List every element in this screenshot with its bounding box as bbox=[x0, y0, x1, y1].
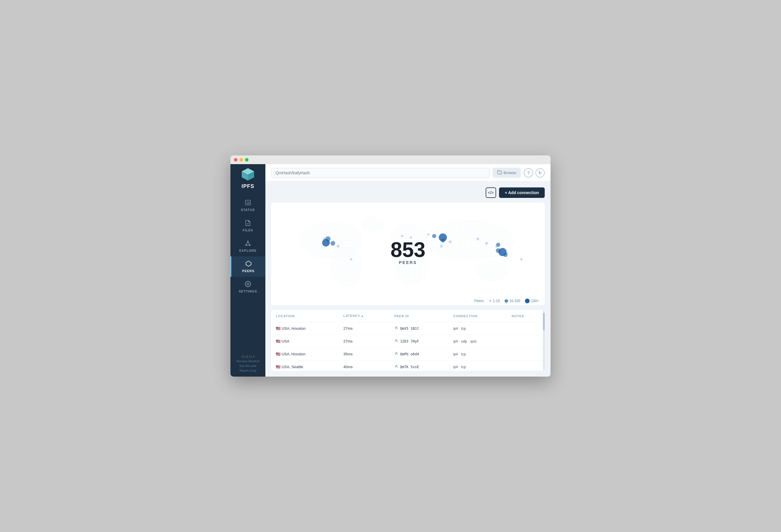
browse-button[interactable]: Browse bbox=[493, 168, 521, 178]
legend-item-medium: 10-100 bbox=[504, 299, 520, 303]
scrollbar-track bbox=[543, 310, 545, 371]
ipfs-logo-icon bbox=[241, 167, 255, 181]
close-btn[interactable] bbox=[234, 158, 238, 162]
content-area: </> + Add connection bbox=[265, 181, 550, 377]
sidebar-item-explore[interactable]: EXPLORE bbox=[231, 236, 265, 256]
latency-sort-label[interactable]: LATENCY ▴ bbox=[343, 314, 363, 318]
svg-point-48 bbox=[498, 248, 506, 256]
legend-item-small: 1-10 bbox=[489, 299, 500, 303]
map-container: 853 PEERS Peers: 1-10 10-100 bbox=[271, 203, 545, 305]
sidebar-item-peers[interactable]: PEERS bbox=[231, 256, 265, 277]
peer-id-cell: QmV5 1B1t bbox=[389, 322, 449, 335]
version-text: UI v2.11.4 bbox=[236, 355, 259, 359]
status-label: STATUS bbox=[241, 208, 255, 212]
location-text: USA, Houston bbox=[282, 352, 305, 356]
minimize-btn[interactable] bbox=[240, 158, 243, 162]
location-text: USA, Seattle bbox=[282, 365, 303, 369]
table-row: 🇺🇸 USA, Houston 35ms QmPb o6d4 ip4 · tc bbox=[271, 348, 545, 361]
svg-point-10 bbox=[246, 245, 247, 246]
small-dot bbox=[489, 300, 491, 302]
medium-dot bbox=[504, 299, 508, 303]
svg-point-41 bbox=[432, 234, 436, 238]
files-label: FILES bbox=[243, 229, 253, 232]
latency-cell: 40ms bbox=[339, 361, 389, 371]
flag-icon: 🇺🇸 bbox=[276, 339, 281, 343]
app-body: IPFS STATUS bbox=[231, 164, 550, 377]
svg-point-45 bbox=[496, 243, 500, 247]
connection-tag: tcp bbox=[461, 365, 466, 369]
svg-point-32 bbox=[485, 242, 488, 245]
svg-point-37 bbox=[401, 235, 403, 237]
svg-point-36 bbox=[427, 234, 429, 236]
explore-icon bbox=[245, 240, 251, 247]
action-bar: </> + Add connection bbox=[271, 188, 545, 198]
location-text: USA bbox=[282, 339, 290, 343]
code-button[interactable]: </> bbox=[486, 188, 496, 198]
connection-cell: ip4 · tcp bbox=[449, 361, 507, 371]
latency-cell: 27ms bbox=[339, 335, 389, 348]
legend-label-medium: 10-100 bbox=[509, 299, 520, 303]
sidebar-item-files[interactable]: FILES bbox=[231, 216, 265, 236]
add-connection-label: + Add connection bbox=[505, 190, 539, 195]
peer-id-icon bbox=[394, 352, 398, 357]
connection-tag: ip4 bbox=[453, 339, 458, 343]
svg-point-35 bbox=[520, 258, 523, 260]
notes-cell bbox=[507, 322, 545, 335]
separator: · bbox=[468, 339, 469, 343]
app-window: IPFS STATUS bbox=[231, 155, 550, 377]
location-text: USA, Houston bbox=[282, 326, 305, 331]
peers-label: PEERS bbox=[242, 269, 254, 273]
connection-tag: quic bbox=[470, 339, 477, 343]
revision-text: Revision 69cd414 bbox=[236, 359, 259, 364]
legend-label-large: 100+ bbox=[531, 299, 539, 303]
add-connection-button[interactable]: + Add connection bbox=[499, 188, 545, 198]
svg-point-40 bbox=[331, 241, 335, 246]
location-cell: 🇺🇸 USA, Houston bbox=[271, 322, 339, 335]
files-icon bbox=[245, 220, 251, 227]
col-latency: LATENCY ▴ bbox=[339, 310, 389, 322]
svg-point-11 bbox=[249, 245, 251, 246]
separator: · bbox=[459, 352, 460, 356]
code-icon: </> bbox=[488, 190, 494, 195]
col-notes: NOTES bbox=[507, 310, 545, 322]
sidebar-item-status[interactable]: STATUS bbox=[231, 195, 265, 216]
report-bug-link[interactable]: Report a bug bbox=[240, 369, 256, 372]
connection-cell: ip4 · tcp bbox=[449, 322, 507, 335]
connection-tag: udp bbox=[461, 339, 467, 343]
svg-point-30 bbox=[449, 240, 452, 243]
svg-point-16 bbox=[247, 283, 249, 285]
svg-point-28 bbox=[350, 258, 353, 260]
svg-line-12 bbox=[246, 242, 248, 244]
refresh-button[interactable]: ↻ bbox=[535, 168, 545, 177]
peers-icon bbox=[245, 260, 252, 268]
svg-point-31 bbox=[476, 238, 479, 240]
help-button[interactable]: ? bbox=[524, 168, 533, 177]
legend-label-small: 1-10 bbox=[493, 299, 500, 303]
table-row: 🇺🇸 USA, Houston 27ms QmV5 1B1t ip4 · tc bbox=[271, 322, 545, 335]
sidebar-item-settings[interactable]: SETTINGS bbox=[231, 277, 265, 297]
connection-tag: tcp bbox=[461, 352, 466, 356]
header-bar: Browse ? ↻ bbox=[265, 164, 550, 181]
scrollbar-thumb[interactable] bbox=[543, 313, 545, 330]
svg-point-19 bbox=[331, 246, 363, 287]
search-input[interactable] bbox=[271, 168, 490, 178]
connection-cell: ip4 · tcp bbox=[449, 348, 507, 361]
maximize-btn[interactable] bbox=[245, 158, 248, 162]
settings-icon bbox=[245, 281, 251, 288]
separator: · bbox=[459, 339, 460, 343]
titlebar bbox=[231, 155, 550, 164]
svg-point-49 bbox=[396, 327, 397, 328]
browse-label: Browse bbox=[504, 170, 516, 175]
large-dot bbox=[525, 298, 530, 303]
sidebar-logo: IPFS bbox=[241, 167, 255, 190]
peer-id-text: QmV5 1B1t bbox=[400, 327, 419, 331]
flag-icon: 🇺🇸 bbox=[276, 352, 281, 356]
sidebar-navigation: STATUS FILES bbox=[231, 195, 265, 351]
main-content: Browse ? ↻ </> + Add connection bbox=[265, 164, 550, 377]
svg-line-13 bbox=[248, 242, 250, 244]
legend-label: Peers: bbox=[474, 299, 485, 303]
svg-point-58 bbox=[396, 365, 397, 367]
connection-tag: tcp bbox=[461, 327, 466, 331]
see-code-link[interactable]: See the code bbox=[240, 364, 257, 368]
connection-cell: ip4 · udp · quic bbox=[449, 335, 507, 348]
